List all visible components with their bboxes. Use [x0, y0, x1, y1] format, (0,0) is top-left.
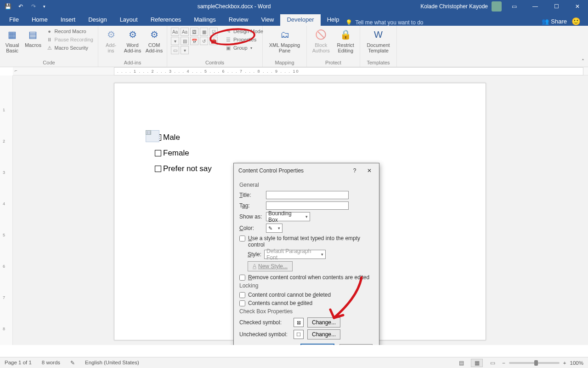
cancel-button[interactable]: Cancel [339, 344, 373, 345]
macro-security-button[interactable]: ⚠Macro Security [45, 44, 94, 52]
undo-icon[interactable]: ↶ [16, 1, 26, 12]
document-title: sampleCheckbox.docx - Word [50, 3, 418, 10]
cannot-delete-checkbox[interactable] [239, 292, 245, 298]
xml-mapping-button[interactable]: 🗂XML Mapping Pane [266, 28, 303, 53]
pause-recording-button: ⏸Pause Recording [45, 36, 94, 43]
checkbox-unchecked-icon[interactable] [155, 150, 161, 156]
maximize-icon[interactable]: ☐ [546, 0, 567, 13]
addins-button[interactable]: ⚙Add- ins [102, 28, 120, 53]
content-control-male[interactable]: ⋮⋮ ✕ Male [155, 133, 212, 142]
tab-design[interactable]: Design [82, 14, 113, 26]
picture-control-icon[interactable]: 🖼 [190, 28, 198, 36]
tell-me[interactable]: 💡 Tell me what you want to do [345, 19, 423, 26]
tab-insert[interactable]: Insert [54, 14, 82, 26]
remove-cc-label: Remove content control when contents are… [248, 274, 369, 281]
tab-home[interactable]: Home [25, 14, 54, 26]
word-addins-button[interactable]: ⚙Word Add-ins [124, 28, 141, 53]
tab-help[interactable]: Help [321, 14, 346, 26]
qat-customize-icon[interactable]: ▾ [41, 1, 47, 12]
content-control-female[interactable]: Female [155, 149, 212, 158]
ruler-h-scale[interactable]: . . . . 1 . . . 2 . . . 3 . . . 4 . . . … [114, 67, 583, 75]
remove-cc-checkbox[interactable] [239, 275, 245, 281]
change-unchecked-button[interactable]: Change... [307, 329, 340, 339]
page-indicator[interactable]: Page 1 of 1 [5, 360, 32, 366]
label-checked-symbol: Checked symbol: [239, 319, 290, 326]
use-style-label: Use a style to format text typed into th… [248, 235, 373, 248]
group-label-mapping: Mapping [266, 59, 303, 67]
share-button[interactable]: 👥 Share [542, 18, 567, 25]
record-macro-button[interactable]: ●Record Macro [45, 28, 94, 35]
content-control-handle-icon[interactable]: ⋮⋮ [146, 130, 151, 135]
tag-input[interactable] [266, 201, 349, 210]
zoom-in-icon[interactable]: + [563, 360, 566, 366]
content-control-prefer[interactable]: Prefer not say [155, 164, 212, 173]
change-checked-button[interactable]: Change... [307, 317, 340, 328]
properties-button[interactable]: ☰Properties [224, 36, 264, 43]
group-icon: ▣ [225, 45, 232, 51]
print-layout-icon[interactable]: ▦ [471, 359, 483, 367]
redo-icon[interactable]: ↷ [28, 1, 39, 12]
word-count[interactable]: 8 words [42, 360, 60, 366]
zoom-slider[interactable] [509, 362, 560, 364]
label-color: Color: [239, 225, 266, 231]
zoom-out-icon[interactable]: − [502, 360, 505, 366]
showas-select[interactable]: Bounding Box [266, 212, 310, 221]
document-template-button[interactable]: WDocument Template [364, 28, 393, 53]
visual-basic-button[interactable]: ▦ Visual Basic [4, 28, 21, 53]
save-icon[interactable]: 💾 [3, 1, 13, 12]
user-name[interactable]: Kolade Christopher Kayode [420, 3, 488, 10]
dialog-close-icon[interactable]: ✕ [363, 166, 375, 175]
datepicker-control-icon[interactable]: 📅 [190, 37, 198, 45]
status-bar: Page 1 of 1 8 words ✎ English (United St… [0, 357, 588, 368]
proofing-icon[interactable]: ✎ [70, 360, 75, 366]
close-icon[interactable]: ✕ [567, 0, 588, 13]
text-prefer: Prefer not say [163, 164, 212, 173]
ruler-vertical[interactable]: 1 2 3 4 5 6 7 8 [0, 75, 13, 345]
richtext-control-icon[interactable]: Aa [171, 28, 179, 36]
zoom-level[interactable]: 100% [570, 360, 583, 366]
checkbox-unchecked-icon[interactable] [155, 166, 161, 172]
use-style-checkbox[interactable] [239, 236, 245, 242]
ribbon-group-protect: 🚫Block Authors 🔒Restrict Editing Protect [307, 26, 360, 67]
feedback-smiley-icon[interactable]: 🙂 [571, 17, 581, 26]
legacy-dropdown-icon[interactable]: ▾ [181, 46, 189, 54]
color-picker[interactable]: ✎ [266, 224, 283, 233]
tab-file[interactable]: File [3, 14, 25, 26]
restrict-editing-button[interactable]: 🔒Restrict Editing [335, 28, 356, 53]
tab-references[interactable]: References [144, 14, 187, 26]
dialog-help-icon[interactable]: ? [349, 166, 361, 175]
group-button[interactable]: ▣Group▾ [224, 44, 264, 52]
cannot-edit-checkbox[interactable] [239, 300, 245, 306]
buildingblock-control-icon[interactable]: ▦ [200, 28, 208, 36]
plaintext-control-icon[interactable]: Aa [181, 28, 189, 36]
web-layout-icon[interactable]: ▭ [486, 359, 498, 367]
ribbon-group-mapping: 🗂XML Mapping Pane Mapping [263, 26, 307, 67]
dropdown-control-icon[interactable]: ▤ [181, 37, 189, 45]
cannot-delete-label: Content control cannot be deleted [248, 292, 331, 298]
design-mode-button[interactable]: ✎Design Mode [224, 28, 264, 35]
ok-button[interactable]: OK [301, 344, 334, 345]
collapse-ribbon-icon[interactable]: ˄ [582, 58, 584, 65]
document-body[interactable]: ⋮⋮ ✕ Male Female Prefer not say [155, 133, 212, 180]
tab-layout[interactable]: Layout [113, 14, 144, 26]
macros-button[interactable]: ▤ Macros [24, 28, 41, 48]
legacy-tools-icon[interactable]: 🧰 [209, 37, 218, 45]
tab-view[interactable]: View [254, 14, 280, 26]
tab-selector-icon[interactable]: ⌐ [15, 68, 17, 73]
tab-developer[interactable]: Developer [280, 14, 320, 26]
legacy-form-icon[interactable]: ▭ [171, 46, 179, 54]
combobox-control-icon[interactable]: ▾ [171, 37, 179, 45]
repeating-control-icon[interactable]: ↺ [200, 37, 208, 45]
group-label-protect: Protect [311, 59, 356, 67]
tab-mailings[interactable]: Mailings [187, 14, 222, 26]
com-addins-button[interactable]: ⚙COM Add-ins [145, 28, 163, 53]
language-indicator[interactable]: English (United States) [85, 360, 139, 366]
title-input[interactable] [266, 191, 349, 199]
checkbox-control-icon[interactable]: ☑ [209, 28, 218, 36]
tab-review[interactable]: Review [222, 14, 255, 26]
avatar[interactable] [492, 1, 502, 12]
read-mode-icon[interactable]: ▤ [455, 359, 467, 367]
word-addins-icon: ⚙ [126, 28, 140, 41]
ribbon-options-icon[interactable]: ▭ [503, 0, 525, 13]
minimize-icon[interactable]: — [525, 0, 546, 13]
